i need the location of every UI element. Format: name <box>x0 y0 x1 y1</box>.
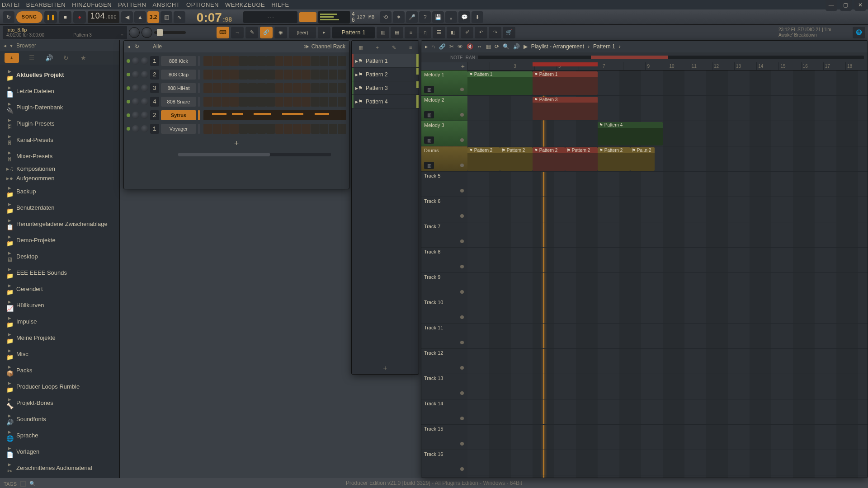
track-mini-icon[interactable]: ▥ <box>424 162 434 169</box>
channel-number[interactable]: 2 <box>150 110 159 120</box>
channel-number[interactable]: 1 <box>150 124 159 134</box>
step-sequence[interactable] <box>203 70 346 80</box>
playlist-clip[interactable]: ⚑ Pattern 2 <box>598 147 630 171</box>
track-header[interactable]: Track 5 <box>421 172 467 197</box>
step-cell[interactable] <box>284 97 292 107</box>
browser-item[interactable]: ▸📁Backup <box>0 183 119 199</box>
step-cell[interactable] <box>203 70 212 80</box>
track-header[interactable]: Track 10 <box>421 298 467 324</box>
browser-item[interactable]: ▸📦Packs <box>0 362 119 378</box>
track-mute-dot[interactable] <box>460 417 464 420</box>
playlist-clip[interactable]: ⚑ Pattern 2 <box>467 147 500 171</box>
tags-toggle-icon[interactable] <box>20 481 26 487</box>
maximize-button[interactable]: ▢ <box>840 0 852 11</box>
close-button[interactable]: ✕ <box>854 0 866 11</box>
step-rec-icon[interactable]: → <box>231 27 244 38</box>
channel-row[interactable]: 1 Voyager <box>127 123 346 135</box>
step-cell[interactable] <box>248 70 257 80</box>
step-cell[interactable] <box>302 70 311 80</box>
ruler-bar[interactable]: 12 <box>712 62 734 70</box>
track-mini-icon[interactable]: ▥ <box>424 136 434 144</box>
step-cell[interactable] <box>257 70 266 80</box>
pl-zoom-icon[interactable]: 🔍 <box>503 43 509 50</box>
channel-row[interactable]: 2 808 Clap <box>127 69 346 80</box>
step-cell[interactable] <box>320 83 329 93</box>
track-mini-icon[interactable]: ▥ <box>424 86 434 93</box>
browser-collapse-icon[interactable]: ▾ <box>10 42 13 49</box>
step-cell[interactable] <box>320 97 329 107</box>
step-cell[interactable] <box>320 56 329 66</box>
snap-select[interactable]: (leer) <box>289 27 316 38</box>
browser-item[interactable]: ▸🖥Desktop <box>0 248 119 264</box>
browser-item[interactable]: ▸📁Meine Projekte <box>0 329 119 346</box>
track-mute-dot[interactable] <box>460 341 464 344</box>
track-mute-dot[interactable] <box>460 265 464 268</box>
step-cell[interactable] <box>302 124 311 134</box>
track-header[interactable]: Track 15 <box>421 425 467 450</box>
typing-keyboard-icon[interactable]: ⌨ <box>217 27 229 38</box>
channel-led[interactable] <box>127 86 130 90</box>
track-lane[interactable] <box>467 222 868 248</box>
help-icon[interactable]: ? <box>419 11 431 23</box>
track-mute-dot[interactable] <box>460 189 464 192</box>
view-plugin-icon[interactable]: ◧ <box>447 27 459 38</box>
channel-row[interactable]: 1 808 Kick <box>127 55 346 67</box>
step-cell[interactable] <box>222 56 230 66</box>
loop-region[interactable] <box>533 62 598 66</box>
channel-vol-knob[interactable] <box>141 57 148 65</box>
step-cell[interactable] <box>266 70 275 80</box>
playlist-clip[interactable]: ⚑ Pattern 3 <box>533 97 598 120</box>
shop-icon[interactable]: 🛒 <box>503 27 515 38</box>
step-cell[interactable] <box>203 97 212 107</box>
download-icon[interactable]: ⬇ <box>472 11 483 23</box>
browser-item[interactable]: ▸📁Producer Loops Rumble <box>0 378 119 394</box>
picker-list-icon[interactable]: ≡ <box>409 45 412 50</box>
ruler-bar[interactable]: 9 <box>645 62 667 70</box>
track-mute-dot[interactable] <box>460 442 464 446</box>
channel-pan-knob[interactable] <box>132 84 139 92</box>
channel-vol-knob[interactable] <box>141 112 148 119</box>
track-header[interactable]: Track 6 <box>421 197 467 222</box>
track-lane[interactable] <box>467 172 868 197</box>
playlist-clip[interactable]: ⚑ Pattern 4 <box>598 122 663 145</box>
snap-next-icon[interactable]: ▸ <box>318 27 330 38</box>
step-cell[interactable] <box>329 97 337 107</box>
metronome-icon[interactable]: ▲ <box>134 11 146 23</box>
step-cell[interactable] <box>293 56 302 66</box>
undo-history-icon[interactable]: ⟲ <box>380 11 392 23</box>
browser-item[interactable]: ▸♫Kompositionen <box>0 164 119 174</box>
step-cell[interactable] <box>239 83 248 93</box>
channel-number[interactable]: 2 <box>150 70 159 80</box>
bars-icon[interactable]: ▥ <box>160 11 172 23</box>
channel-led[interactable] <box>127 113 130 117</box>
channel-pan-knob[interactable] <box>132 71 139 78</box>
pl-auto-icon[interactable]: ⟳ <box>495 43 499 50</box>
step-cell[interactable] <box>239 124 248 134</box>
step-cell[interactable] <box>311 56 320 66</box>
step-cell[interactable] <box>248 97 257 107</box>
play-button[interactable]: ❚❚ <box>44 11 57 23</box>
song-pattern-switch[interactable]: SONG <box>16 11 42 23</box>
menu-view[interactable]: ANSICHT <box>153 1 180 8</box>
channel-led[interactable] <box>127 100 130 103</box>
step-cell[interactable] <box>212 70 221 80</box>
ruler-bar[interactable] <box>467 62 490 70</box>
track-mute-dot[interactable] <box>460 467 464 471</box>
track-mute-dot[interactable] <box>460 290 464 294</box>
pl-magnet-icon[interactable]: ∩ <box>431 43 435 50</box>
browser-filter-icon[interactable]: ☰ <box>27 53 36 62</box>
step-cell[interactable] <box>311 70 320 80</box>
menu-file[interactable]: DATEI <box>2 1 20 8</box>
tool-redo-icon[interactable]: ↷ <box>489 27 501 38</box>
step-cell[interactable] <box>203 56 212 66</box>
tempo-display[interactable]: 104.000 <box>88 11 119 23</box>
step-cell[interactable] <box>230 56 239 66</box>
picker-add-icon[interactable]: + <box>376 45 379 50</box>
ruler-bar[interactable] <box>623 62 645 70</box>
pl-eye-icon[interactable]: 👁 <box>458 43 463 50</box>
ruler-bar[interactable]: 7 <box>601 62 623 70</box>
browser-item[interactable]: ▸🎛Plugin-Presets <box>0 115 119 131</box>
playlist-grid[interactable]: ✥ ⚑ Pattern 1⚑ Pattern 1⚑ Pattern 3⚑ Pat… <box>467 70 868 478</box>
channel-vol-knob[interactable] <box>141 84 148 92</box>
step-cell[interactable] <box>257 56 266 66</box>
